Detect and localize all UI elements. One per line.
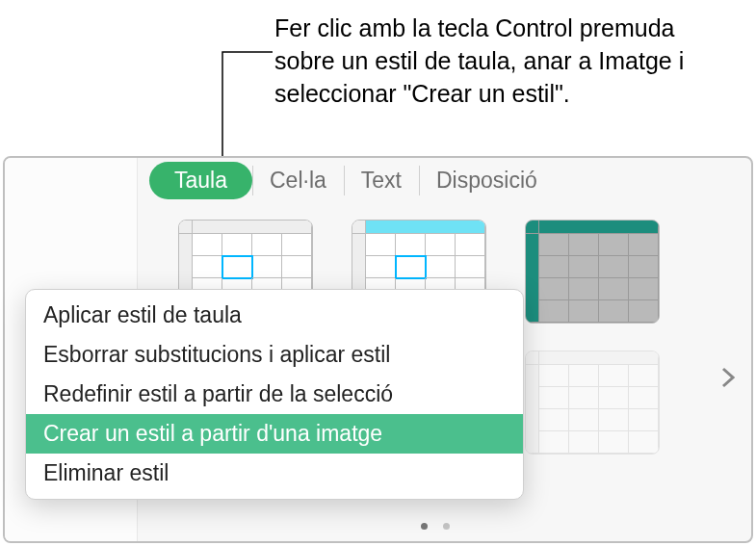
table-style-thumb-3[interactable]: [525, 220, 660, 324]
menu-item-delete-style[interactable]: Eliminar estil: [26, 454, 523, 493]
tab-taula[interactable]: Taula: [149, 162, 252, 199]
table-style-context-menu: Aplicar estil de taula Esborrar substitu…: [25, 289, 524, 500]
tab-text[interactable]: Text: [344, 162, 419, 199]
pager-dot-2[interactable]: [443, 523, 450, 530]
chevron-right-icon: [721, 367, 735, 392]
menu-item-redefine-style[interactable]: Redefinir estil a partir de la selecció: [26, 375, 523, 414]
menu-item-clear-overrides[interactable]: Esborrar substitucions i aplicar estil: [26, 335, 523, 375]
menu-item-create-from-image[interactable]: Crear un estil a partir d'una imatge: [26, 414, 523, 454]
tab-cella[interactable]: Cel·la: [252, 162, 344, 199]
menu-item-apply-style[interactable]: Aplicar estil de taula: [26, 296, 523, 335]
inspector-tabs: Taula Cel·la Text Disposició: [149, 162, 555, 199]
pager-dot-1[interactable]: [421, 523, 428, 530]
next-styles-button[interactable]: [715, 366, 742, 393]
table-style-thumb-6[interactable]: [525, 351, 660, 455]
tab-disposicio[interactable]: Disposició: [419, 162, 555, 199]
styles-pager: [421, 523, 450, 530]
